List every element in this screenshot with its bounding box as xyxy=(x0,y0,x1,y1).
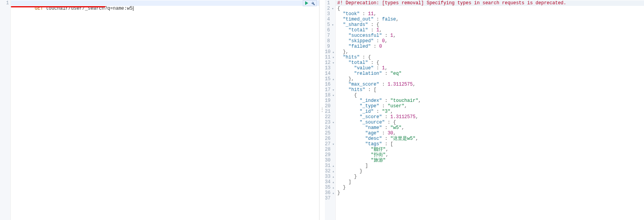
code-token xyxy=(337,120,360,125)
response-line: "_type" : "user", xyxy=(337,103,644,109)
response-line: ] xyxy=(337,163,644,168)
code-token: "touchair" xyxy=(390,98,418,103)
code-token: : xyxy=(374,17,382,22)
fold-expand-icon[interactable]: ▾ xyxy=(331,93,334,98)
svg-marker-0 xyxy=(305,1,308,5)
fold-expand-icon[interactable]: ▾ xyxy=(331,142,334,147)
code-token xyxy=(337,60,349,65)
wrench-icon xyxy=(311,1,315,5)
gutter-line-number: 8 xyxy=(325,38,335,44)
response-line: "旅游" xyxy=(337,158,644,163)
fold-expand-icon[interactable]: ▾ xyxy=(331,120,334,125)
code-token: "total" xyxy=(349,28,368,33)
fold-expand-icon[interactable]: ▾ xyxy=(331,6,334,12)
gutter-line-number: 9 xyxy=(325,44,335,49)
code-token xyxy=(337,103,360,109)
code-token: : xyxy=(371,44,379,49)
fold-collapse-icon[interactable]: ▴ xyxy=(331,77,334,82)
code-token xyxy=(337,87,349,93)
gutter-line-number: 30 xyxy=(325,158,335,163)
response-line: "relation" : "eq" xyxy=(337,71,644,76)
code-token: "skipped" xyxy=(349,38,374,44)
fold-expand-icon[interactable]: ▾ xyxy=(331,22,334,28)
gutter-line-number: 23▾ xyxy=(325,120,335,125)
gutter-line-number: 21 xyxy=(325,109,335,114)
code-token: "relation" xyxy=(354,71,382,76)
code-token: } xyxy=(337,168,363,174)
fold-expand-icon[interactable]: ▾ xyxy=(331,55,334,60)
request-editor-pane[interactable]: 1 GET touchair/user/_search?q=name:w5 xyxy=(0,0,319,220)
gutter-line-number: 5▾ xyxy=(325,22,335,28)
gutter-line-number: 17▾ xyxy=(325,87,335,93)
request-action-buttons xyxy=(303,0,317,6)
fold-collapse-icon[interactable]: ▴ xyxy=(331,191,334,196)
code-token: , xyxy=(404,103,407,109)
code-token: { xyxy=(337,6,340,11)
response-line: ] xyxy=(337,179,644,185)
gutter-line-number: 20 xyxy=(325,103,335,109)
response-line: "扑街", xyxy=(337,152,644,158)
gutter-line-number: 16 xyxy=(325,82,335,87)
pane-divider[interactable]: ⋮ xyxy=(319,0,325,220)
response-line: "_shards" : { xyxy=(337,22,644,28)
fold-collapse-icon[interactable]: ▴ xyxy=(331,163,334,169)
code-token: "took" xyxy=(343,11,359,17)
wrench-button[interactable] xyxy=(310,0,316,6)
response-line: { xyxy=(337,6,644,11)
code-token: : xyxy=(382,125,390,131)
code-token: , xyxy=(413,82,415,87)
gutter-line-number: 36▴ xyxy=(325,190,335,196)
code-token: 11 xyxy=(368,11,373,17)
response-line: "desc" : "这里是w5", xyxy=(337,136,644,141)
gutter-line-number: 27▾ xyxy=(325,141,335,147)
code-token: : xyxy=(382,114,390,120)
response-line: } xyxy=(337,168,644,174)
response-pane[interactable]: 12▾345▾678910▴11▾12▾131415▴1617▾18▾19202… xyxy=(325,0,644,220)
code-token xyxy=(337,71,354,76)
response-line: } xyxy=(337,185,644,190)
fold-expand-icon[interactable]: ▾ xyxy=(331,88,334,93)
fold-collapse-icon[interactable]: ▴ xyxy=(331,185,334,191)
response-line: "_id" : "3", xyxy=(337,109,644,114)
response-line: { xyxy=(337,93,644,98)
fold-collapse-icon[interactable]: ▴ xyxy=(331,169,334,174)
code-token: , xyxy=(418,98,421,103)
response-gutter: 12▾345▾678910▴11▾12▾131415▴1617▾18▾19202… xyxy=(325,0,336,220)
response-line: "靓仔", xyxy=(337,147,644,152)
code-token: "_type" xyxy=(360,103,379,109)
code-token: : xyxy=(382,98,390,103)
request-gutter: 1 xyxy=(0,0,11,220)
code-token xyxy=(337,22,343,28)
gutter-line-number: 31▴ xyxy=(325,163,335,168)
code-token: , xyxy=(374,11,376,17)
code-token: "eq" xyxy=(390,71,402,76)
response-line: "skipped" : 0, xyxy=(337,38,644,44)
gutter-line-number: 18▾ xyxy=(325,93,335,98)
fold-collapse-icon[interactable]: ▴ xyxy=(331,174,334,180)
run-request-button[interactable] xyxy=(304,0,309,6)
code-token: , xyxy=(416,114,418,120)
code-token: "timed_out" xyxy=(343,17,373,22)
gutter-line-number: 14 xyxy=(325,71,335,76)
code-token: : [ xyxy=(365,87,376,93)
code-token xyxy=(337,114,360,120)
code-token: "w5" xyxy=(390,125,402,131)
fold-collapse-icon[interactable]: ▴ xyxy=(331,50,334,55)
code-token: } xyxy=(337,190,340,196)
response-line: "tags" : [ xyxy=(337,141,644,147)
response-code-area[interactable]: #! Deprecation: [types removal] Specifyi… xyxy=(337,0,644,201)
code-token: "total" xyxy=(349,60,368,65)
fold-collapse-icon[interactable]: ▴ xyxy=(331,180,334,185)
code-token: : xyxy=(374,109,382,114)
gutter-line-number: 32▴ xyxy=(325,168,335,174)
code-token: "hits" xyxy=(343,55,359,60)
gutter-line-number: 22 xyxy=(325,114,335,120)
gutter-line-number: 35▴ xyxy=(325,185,335,190)
request-code-area[interactable]: GET touchair/user/_search?q=name:w5 xyxy=(12,0,319,6)
response-line: "hits" : [ xyxy=(337,87,644,93)
code-token: "name" xyxy=(365,125,382,131)
code-token xyxy=(337,33,349,38)
play-icon xyxy=(305,1,309,5)
fold-expand-icon[interactable]: ▾ xyxy=(331,60,334,66)
gutter-line-number: 10▴ xyxy=(325,49,335,55)
